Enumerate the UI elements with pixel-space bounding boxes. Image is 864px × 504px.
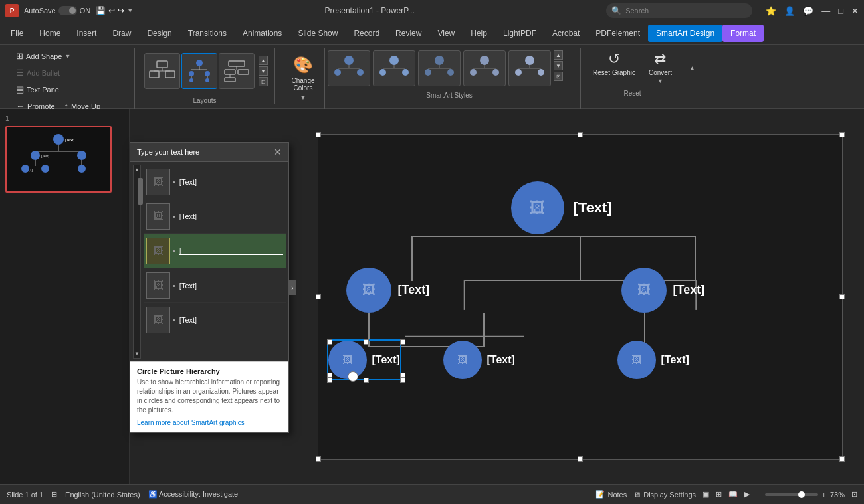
- text-pane-row-3[interactable]: 🖼 • |: [144, 234, 286, 268]
- comment-icon[interactable]: 💬: [803, 6, 813, 16]
- add-shape-dropdown[interactable]: ▼: [64, 53, 70, 60]
- layout-scroll-up[interactable]: ▲: [259, 56, 268, 65]
- menu-view[interactable]: View: [429, 25, 463, 42]
- zoom-out-button[interactable]: −: [756, 491, 760, 499]
- menu-acrobat[interactable]: Acrobat: [544, 25, 588, 42]
- slide-canvas[interactable]: 🖼 [Text] 🖼 [Text] 🖼 [: [318, 134, 843, 460]
- sel-tr[interactable]: [400, 339, 405, 345]
- circle-bot-right[interactable]: 🖼: [617, 341, 656, 379]
- text-pane-row-1[interactable]: 🖼 • [Text]: [144, 165, 286, 199]
- circle-bot-mid[interactable]: 🖼: [443, 341, 482, 379]
- sel-bm[interactable]: [364, 378, 369, 383]
- menu-lightpdf[interactable]: LightPDF: [495, 25, 544, 42]
- style-thumb-3[interactable]: [418, 50, 461, 86]
- layout-scroll-expand[interactable]: ⊡: [259, 77, 268, 86]
- sel-bl[interactable]: [327, 378, 332, 383]
- text-pane-scroll-up[interactable]: ▲: [133, 165, 141, 174]
- convert-dropdown[interactable]: ▼: [657, 78, 663, 84]
- style-thumb-5[interactable]: [508, 50, 551, 86]
- style-thumb-2[interactable]: [373, 50, 415, 86]
- save-button[interactable]: 💾: [96, 6, 106, 15]
- text-pane-scroll-down[interactable]: ▼: [133, 349, 141, 358]
- menu-file[interactable]: File: [3, 25, 31, 42]
- close-button[interactable]: ✕: [851, 6, 859, 16]
- text-pane-input-1[interactable]: [Text]: [179, 178, 283, 186]
- circle-mid-right[interactable]: 🖼: [621, 268, 667, 313]
- node-bot-left[interactable]: 🖼 [Text]: [328, 341, 400, 379]
- style-thumb-4[interactable]: [463, 50, 506, 86]
- autosave-toggle[interactable]: [58, 6, 77, 15]
- sel-mr[interactable]: [400, 373, 405, 378]
- reset-graphic-button[interactable]: ↺ Reset Graphic: [588, 48, 641, 87]
- zoom-slider[interactable]: [765, 493, 818, 496]
- text-pane-input-3[interactable]: |: [179, 246, 283, 255]
- sel-ml[interactable]: [327, 373, 332, 378]
- text-pane-scrollbar[interactable]: ▲ ▼: [133, 165, 141, 359]
- more-undo-icon[interactable]: ▼: [127, 7, 133, 14]
- menu-pdfelement[interactable]: PDFelement: [588, 25, 648, 42]
- styles-scroll-expand[interactable]: ⊡: [554, 72, 563, 81]
- layout-thumb-1[interactable]: [144, 53, 180, 89]
- sel-tl[interactable]: [327, 339, 332, 345]
- convert-button[interactable]: ⇄ Convert ▼: [643, 48, 677, 87]
- accessibility-indicator[interactable]: ♿ Accessibility: Investigate: [148, 490, 239, 499]
- rotate-handle[interactable]: ↻: [348, 371, 358, 382]
- styles-scroll-up[interactable]: ▲: [554, 50, 563, 60]
- node-bot-right[interactable]: 🖼 [Text]: [617, 341, 689, 379]
- menu-help[interactable]: Help: [463, 25, 495, 42]
- layout-thumb-2[interactable]: [181, 53, 217, 89]
- menu-home[interactable]: Home: [31, 25, 68, 42]
- menu-slideshow[interactable]: Slide Show: [290, 25, 346, 42]
- slideshow-icon[interactable]: ▶: [744, 490, 750, 499]
- styles-scroll-down[interactable]: ▼: [554, 61, 563, 70]
- tooltip-link[interactable]: Learn more about SmartArt graphics: [137, 419, 245, 426]
- sel-br[interactable]: [400, 378, 405, 383]
- zoom-in-button[interactable]: +: [822, 491, 826, 499]
- normal-view-icon[interactable]: ▣: [702, 490, 709, 499]
- layout-scroll-down[interactable]: ▼: [259, 66, 268, 76]
- node-mid-left[interactable]: 🖼 [Text]: [346, 268, 430, 313]
- text-pane-input-5[interactable]: [Text]: [179, 316, 283, 324]
- redo-button[interactable]: ↪: [118, 6, 124, 15]
- maximize-button[interactable]: □: [838, 6, 843, 16]
- slide-sorter-icon[interactable]: ⊞: [716, 490, 722, 499]
- text-pane-close-button[interactable]: ✕: [274, 147, 282, 157]
- menu-transitions[interactable]: Transitions: [180, 25, 235, 42]
- node-top[interactable]: 🖼 [Text]: [511, 181, 612, 234]
- circle-mid-left[interactable]: 🖼: [346, 268, 391, 313]
- change-colors-dropdown[interactable]: ▼: [300, 94, 306, 101]
- circle-bot-left[interactable]: 🖼: [328, 341, 367, 379]
- menu-design[interactable]: Design: [139, 25, 179, 42]
- layout-thumb-3[interactable]: [219, 53, 255, 89]
- ribbon-collapse-button[interactable]: ▲: [687, 48, 697, 88]
- change-colors-button[interactable]: 🎨 Change Colors ▼: [286, 53, 320, 104]
- add-shape-button[interactable]: ⊞ Add Shape ▼: [12, 49, 74, 63]
- menu-record[interactable]: Record: [346, 25, 387, 42]
- display-settings-button[interactable]: 🖥 Display Settings: [633, 491, 696, 499]
- style-thumb-1[interactable]: [328, 50, 370, 86]
- menu-insert[interactable]: Insert: [68, 25, 104, 42]
- text-pane-row-5[interactable]: 🖼 • [Text]: [144, 303, 286, 337]
- minimize-button[interactable]: —: [821, 6, 830, 16]
- menu-animations[interactable]: Animations: [235, 25, 290, 42]
- text-pane-row-4[interactable]: 🖼 • [Text]: [144, 268, 286, 303]
- menu-format[interactable]: Format: [722, 25, 764, 42]
- notes-button[interactable]: 📝 Notes: [595, 490, 627, 499]
- undo-button[interactable]: ↩: [108, 6, 115, 15]
- text-pane-input-2[interactable]: [Text]: [179, 212, 283, 220]
- text-pane-input-4[interactable]: [Text]: [179, 282, 283, 290]
- share-icon[interactable]: 👤: [784, 6, 795, 16]
- search-bar[interactable]: 🔍 Search: [606, 3, 752, 18]
- text-pane-button[interactable]: ▤ Text Pane: [12, 82, 63, 96]
- node-mid-right[interactable]: 🖼 [Text]: [621, 268, 705, 313]
- circle-top[interactable]: 🖼: [511, 181, 564, 234]
- menu-draw[interactable]: Draw: [104, 25, 139, 42]
- text-pane-row-2[interactable]: 🖼 • [Text]: [144, 199, 286, 234]
- menu-smartart[interactable]: SmartArt Design: [648, 25, 722, 42]
- fit-to-window-button[interactable]: ⊡: [851, 490, 857, 499]
- node-bot-mid[interactable]: 🖼 [Text]: [443, 341, 515, 379]
- reading-view-icon[interactable]: 📖: [728, 490, 738, 499]
- sel-tm[interactable]: [364, 339, 369, 345]
- menu-review[interactable]: Review: [387, 25, 429, 42]
- slide-thumbnail-1[interactable]: [Text] [Text] [T]: [5, 126, 112, 193]
